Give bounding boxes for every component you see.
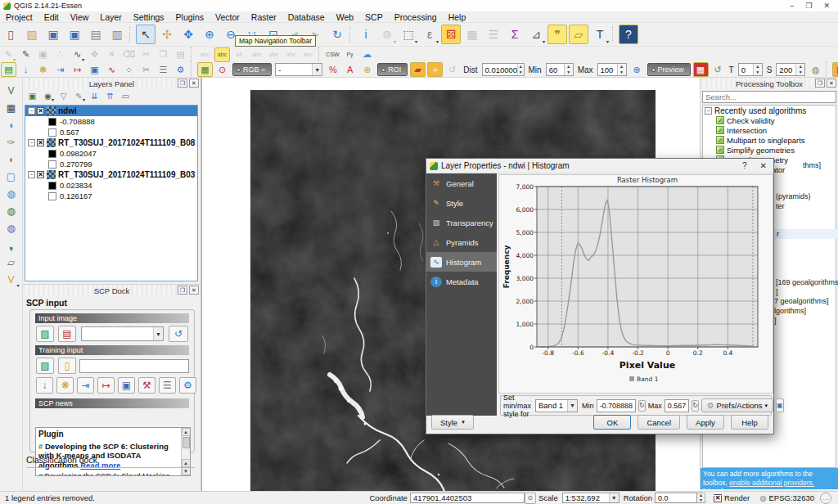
algorithm-row[interactable]: ✓Intersection <box>703 125 836 135</box>
menu-project[interactable]: Project <box>0 11 38 23</box>
cloud-icon[interactable]: ☁ <box>359 47 375 62</box>
scp-settings-icon[interactable]: ⚙ <box>173 62 188 77</box>
select-by-expression-icon[interactable]: ε▾ <box>420 25 439 44</box>
refresh-map-icon[interactable]: ↻ <box>327 25 347 44</box>
new-bookmark-icon[interactable]: ▱ <box>569 25 588 44</box>
touch-zoom-pan-icon[interactable]: ↖ <box>136 25 155 44</box>
csw-icon[interactable]: CSW <box>325 47 340 62</box>
label-select-icon[interactable]: ab <box>232 47 247 62</box>
training-input-field[interactable] <box>79 359 189 373</box>
add-delimited-text-layer-icon[interactable]: ❟ <box>2 237 20 254</box>
map-tips-icon[interactable]: ❞ <box>547 25 567 44</box>
python-console-icon[interactable]: Py <box>342 47 358 62</box>
scp-spectral-plot-icon[interactable]: ∿ <box>104 62 119 77</box>
add-group-icon[interactable]: ▣ <box>25 90 39 102</box>
s-spin[interactable]: 200▲▼ <box>776 63 805 76</box>
save-project-icon[interactable]: ▣ <box>43 25 63 44</box>
pan-map-icon[interactable]: ✣ <box>157 25 177 44</box>
scp-bandset-stack-icon[interactable]: ▤ <box>58 326 76 342</box>
close-banner-link[interactable]: [close] <box>703 488 723 496</box>
max-spin[interactable]: 100▲▼ <box>597 63 627 76</box>
menu-raster[interactable]: Raster <box>246 11 282 23</box>
processing-search-input[interactable] <box>702 91 836 103</box>
label-rotate-icon[interactable]: abc <box>283 47 299 62</box>
scp-open-training-icon[interactable]: ▨ <box>36 358 54 374</box>
scp-roi-polygon-icon[interactable]: ▰ <box>410 62 426 77</box>
filter-legend-icon[interactable]: ▽ <box>56 90 70 102</box>
label-highlight-icon[interactable]: abc <box>214 47 230 62</box>
panel-float-icon[interactable]: ❐ <box>178 286 187 295</box>
open-attribute-table-icon[interactable]: ▦ <box>462 25 482 44</box>
scp-dock-download-icon[interactable]: ↓ <box>36 377 53 394</box>
mouse-position-icon[interactable]: ⊙ <box>525 493 536 504</box>
scp-dock-settings-icon[interactable]: ⚙ <box>179 377 196 394</box>
toggle-editing-icon[interactable]: ✎ <box>18 47 34 62</box>
apply-button[interactable]: Apply <box>687 415 724 430</box>
collapse-all-icon[interactable]: ⇈ <box>103 90 117 102</box>
move-feature-icon[interactable]: ✥ <box>87 47 102 62</box>
scp-zoom-colors-icon[interactable]: ⊙ <box>214 62 230 77</box>
menu-scp[interactable]: SCP <box>359 11 389 23</box>
minimize-button[interactable]: – <box>790 2 794 10</box>
dialog-title-bar[interactable]: Layer Properties - ndwi | Histogram ? ✕ <box>426 159 773 173</box>
scroll-thumb[interactable] <box>182 437 190 448</box>
label-properties-icon[interactable]: abc <box>300 47 316 62</box>
dialog-tab-pyramids[interactable]: △Pyramids <box>426 232 497 252</box>
layer-checkbox[interactable]: ✕ <box>37 139 44 146</box>
close-button[interactable]: ✕ <box>823 2 830 10</box>
layer-row[interactable]: −✕RT_T30SUJ_20171024T111109_B08 <box>25 137 197 148</box>
classification-dock-tab[interactable]: Classification dock <box>26 455 195 468</box>
add-vector-layer-icon[interactable]: V <box>2 83 20 99</box>
pan-to-selection-icon[interactable]: ✥ <box>178 25 198 44</box>
max-load-icon[interactable]: ↻ <box>692 400 699 412</box>
manage-visibility-icon[interactable]: ◉▾ <box>41 90 55 102</box>
add-wms-layer-icon[interactable]: ◍ <box>2 186 20 202</box>
dialog-tab-transparency[interactable]: ▨Transparency <box>426 213 497 232</box>
expand-all-icon[interactable]: ⇊ <box>88 90 101 102</box>
scp-bandset-icon[interactable]: ▤ <box>1 62 16 77</box>
enable-providers-link[interactable]: enable additional providers. <box>729 479 814 487</box>
menu-edit[interactable]: Edit <box>38 11 65 23</box>
copy-features-icon[interactable]: ❐ <box>155 47 171 62</box>
menu-plugins[interactable]: Plugins <box>170 11 210 23</box>
select-features-icon[interactable]: ⬚▾ <box>399 25 418 44</box>
add-feature-icon[interactable]: ∴ <box>52 47 68 62</box>
band-combo[interactable]: Band 1▼ <box>535 399 578 412</box>
menu-layer[interactable]: Layer <box>94 11 127 23</box>
ok-button[interactable]: OK <box>593 415 631 430</box>
scp-open-image-icon[interactable]: ▨ <box>36 326 54 342</box>
scp-zoom-plus-icon[interactable]: ⊕ <box>359 62 375 77</box>
t-spin[interactable]: 0▲▼ <box>738 63 763 76</box>
scroll-down-icon[interactable]: ▼ <box>182 467 191 475</box>
dist-spin[interactable]: 0.010000▲▼ <box>482 63 525 76</box>
rgb-combo[interactable]: -▼ <box>275 63 322 76</box>
add-layer-menu-icon[interactable]: V▾ <box>2 272 20 288</box>
label-show-hide-icon[interactable]: abc <box>249 47 264 62</box>
composer-manager-icon[interactable]: ▥ <box>107 25 127 44</box>
layer-row[interactable]: −✕ndwi <box>25 106 197 116</box>
scp-new-training-icon[interactable]: ▯ <box>58 358 76 374</box>
algorithm-row[interactable]: ✓Simplify geometries <box>703 145 836 155</box>
save-project-as-icon[interactable]: ▣ <box>65 25 84 44</box>
messages-icon[interactable]: … <box>820 493 831 504</box>
add-wfs-layer-icon[interactable]: ◍ <box>2 220 20 236</box>
label-move-icon[interactable]: abc <box>266 47 282 62</box>
scp-remove-icon[interactable]: ◍ <box>808 62 823 77</box>
add-oracle-layer-icon[interactable]: ▢ <box>2 169 20 185</box>
rotation-input[interactable]: 0.0 <box>655 493 697 503</box>
dialog-tab-general[interactable]: ⚒General <box>426 173 497 193</box>
statistical-summary-icon[interactable]: Σ <box>505 25 525 44</box>
expander-icon[interactable]: − <box>28 171 35 178</box>
help-button[interactable]: Help <box>731 415 768 430</box>
menu-database[interactable]: Database <box>282 11 331 23</box>
max-input[interactable]: 0.567 <box>665 399 690 412</box>
save-histogram-icon[interactable]: ▣ <box>776 398 784 412</box>
add-mssql-layer-icon[interactable]: ◗ <box>2 151 20 168</box>
current-edits-icon[interactable]: ✎▾ <box>1 47 16 62</box>
menu-view[interactable]: View <box>65 11 95 23</box>
input-image-combo[interactable]: ▼ <box>81 326 164 341</box>
dialog-close-icon[interactable]: ✕ <box>760 161 767 170</box>
scp-redo-icon[interactable]: ↺ <box>444 62 460 77</box>
crs-status[interactable]: EPSG:32630 <box>769 493 814 502</box>
layer-checkbox[interactable]: ✕ <box>37 107 44 115</box>
